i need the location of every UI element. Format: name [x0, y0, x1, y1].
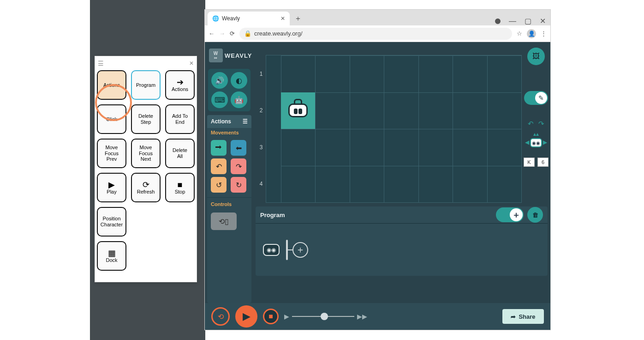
- speed-slider[interactable]: ▶ ▶▶: [284, 313, 367, 320]
- arrow-left-icon[interactable]: ◀: [525, 139, 529, 146]
- audio-button[interactable]: 🔊: [211, 72, 228, 89]
- add-mode-toggle[interactable]: ＋: [496, 207, 524, 222]
- controls-label: Controls: [207, 197, 251, 209]
- action-turn-left-90[interactable]: ↺: [211, 177, 227, 193]
- rotate-left-icon[interactable]: ↶: [528, 120, 534, 128]
- stop-button[interactable]: ■: [263, 309, 279, 324]
- logo-mark: W↦: [209, 49, 223, 62]
- label: Position Character: [101, 216, 123, 227]
- row-label: 1: [258, 55, 264, 92]
- maximize-icon[interactable]: ▢: [525, 17, 531, 25]
- arrow-right-icon[interactable]: ▶: [543, 139, 547, 146]
- delete-all-button[interactable]: 🗑: [527, 207, 543, 223]
- app-left-column: W↦ WEAVLY 🔊 ◐ ⌨ 🤖 Actions ☰ Movements: [205, 42, 254, 303]
- program-start-robot-icon: ◉◉: [263, 244, 280, 256]
- dock-move-focus-prev-button[interactable]: Move Focus Prev: [97, 139, 126, 168]
- row-label: 3: [258, 129, 264, 166]
- dock-delete-step-button[interactable]: Delete Step: [131, 104, 161, 134]
- robot-cell: [281, 92, 315, 129]
- grid2-dock-panel: ☰ ✕ Actions Program ➔ Actions Click Dele…: [95, 56, 197, 282]
- program-add-step-button[interactable]: ＋: [292, 242, 308, 258]
- kebab-menu-icon[interactable]: ⋮: [541, 30, 547, 37]
- browser-window: 🌐 Weavly ✕ ＋ — ▢ ✕ ← → ⟳ 🔒 create.weavly…: [204, 9, 551, 330]
- arrow-up-icon[interactable]: ▴▴: [533, 131, 539, 137]
- dock-add-to-end-button[interactable]: Add To End: [165, 104, 195, 134]
- robot-button[interactable]: 🤖: [231, 91, 247, 108]
- logo-text: WEAVLY: [225, 52, 252, 59]
- label: Move Focus Prev: [105, 145, 119, 162]
- dock-dock-button[interactable]: ▦ Dock: [97, 241, 126, 271]
- grid-lines: [281, 55, 521, 202]
- dock-arrow-actions-button[interactable]: ➔ Actions: [165, 70, 195, 100]
- row-labels: 1234: [258, 55, 264, 202]
- star-icon[interactable]: ☆: [517, 30, 522, 37]
- restart-button[interactable]: ⟲: [211, 307, 230, 326]
- action-turn-right-90[interactable]: ↻: [231, 177, 246, 193]
- dock-refresh-button[interactable]: ⟳ Refresh: [131, 173, 161, 202]
- play-button[interactable]: ▶: [235, 305, 257, 328]
- contrast-button[interactable]: ◐: [231, 72, 247, 89]
- dock-move-focus-next-button[interactable]: Move Focus Next: [131, 139, 161, 168]
- nav-reload-icon[interactable]: ⟳: [230, 30, 235, 37]
- slider-track[interactable]: [292, 316, 354, 317]
- settings-block: 🔊 ◐ ⌨ 🤖: [208, 69, 250, 111]
- label: Actions: [103, 82, 120, 88]
- position-dpad[interactable]: ◀ ▶ ▴▴ ◉◉: [526, 133, 546, 153]
- action-turn-left-45[interactable]: ↶: [211, 158, 227, 174]
- label: Refresh: [137, 189, 155, 195]
- share-button[interactable]: ➦ Share: [502, 309, 544, 324]
- stop-icon: ■: [268, 312, 273, 321]
- rotate-controls: ↶ ↷: [528, 120, 544, 128]
- url-box[interactable]: 🔒 create.weavly.org/: [239, 28, 512, 40]
- action-backward[interactable]: ⬅: [231, 140, 246, 156]
- hamburger-icon[interactable]: ☰: [98, 60, 104, 67]
- turn-right-45-icon: ↷: [236, 162, 242, 171]
- hamburger-icon[interactable]: ☰: [243, 118, 248, 125]
- arrow-right-icon: ➔: [177, 78, 184, 86]
- movements-label: Movements: [207, 128, 251, 137]
- tab-close-icon[interactable]: ✕: [280, 15, 285, 22]
- label: Actions: [172, 86, 188, 92]
- profile-icon[interactable]: 👤: [527, 29, 536, 38]
- action-forward[interactable]: ⮕: [211, 140, 227, 156]
- label: Program: [136, 82, 155, 88]
- dock-delete-all-button[interactable]: Delete All: [165, 139, 195, 168]
- tab-weavly[interactable]: 🌐 Weavly ✕: [208, 12, 290, 25]
- keyboard-button[interactable]: ⌨: [211, 91, 228, 108]
- slider-knob[interactable]: [321, 313, 328, 320]
- dock-stop-button[interactable]: ■ Stop: [165, 173, 195, 202]
- actions-panel-title: Actions: [211, 118, 231, 125]
- record-indicator-icon: [495, 18, 501, 24]
- refresh-icon: ⟳: [143, 181, 149, 189]
- background-button[interactable]: 🖼: [527, 48, 545, 65]
- pen-toggle[interactable]: ✎: [524, 91, 548, 105]
- dock-click-button[interactable]: Click: [97, 104, 126, 134]
- actions-panel: Actions ☰ Movements ⮕ ⬅ ↶ ↷ ↺ ↻ Controls: [207, 115, 251, 303]
- label: Delete Step: [138, 113, 153, 125]
- new-tab-button[interactable]: ＋: [292, 13, 304, 24]
- nav-back-icon[interactable]: ←: [209, 30, 215, 37]
- restart-icon: ⟲: [218, 312, 224, 321]
- robot-mini-icon: ◉◉: [530, 138, 542, 147]
- nav-forward-icon[interactable]: →: [219, 30, 225, 37]
- loop-icon: ⟲▯: [219, 217, 229, 226]
- action-turn-right-45[interactable]: ↷: [231, 158, 246, 174]
- minimize-icon[interactable]: —: [509, 17, 516, 25]
- pos-column-input[interactable]: K: [524, 158, 535, 167]
- program-label: Program: [260, 212, 285, 219]
- scene-grid[interactable]: 1234: [266, 55, 522, 203]
- dock-play-button[interactable]: ▶ Play: [97, 173, 126, 202]
- play-icon: ▶: [108, 181, 115, 189]
- tab-strip: 🌐 Weavly ✕ ＋ — ▢ ✕: [205, 10, 550, 25]
- action-loop[interactable]: ⟲▯: [211, 212, 237, 230]
- turn-right-90-icon: ↻: [236, 181, 242, 189]
- dock-program-button[interactable]: Program: [131, 70, 161, 100]
- close-window-icon[interactable]: ✕: [540, 17, 546, 25]
- dock-actions-button[interactable]: Actions: [97, 70, 126, 100]
- share-label: Share: [519, 313, 535, 320]
- rotate-right-icon[interactable]: ↷: [538, 120, 544, 128]
- close-icon[interactable]: ✕: [189, 60, 194, 67]
- dock-position-character-button[interactable]: Position Character: [97, 207, 126, 237]
- pos-row-input[interactable]: 6: [537, 158, 549, 167]
- speaker-icon: 🔊: [215, 76, 224, 85]
